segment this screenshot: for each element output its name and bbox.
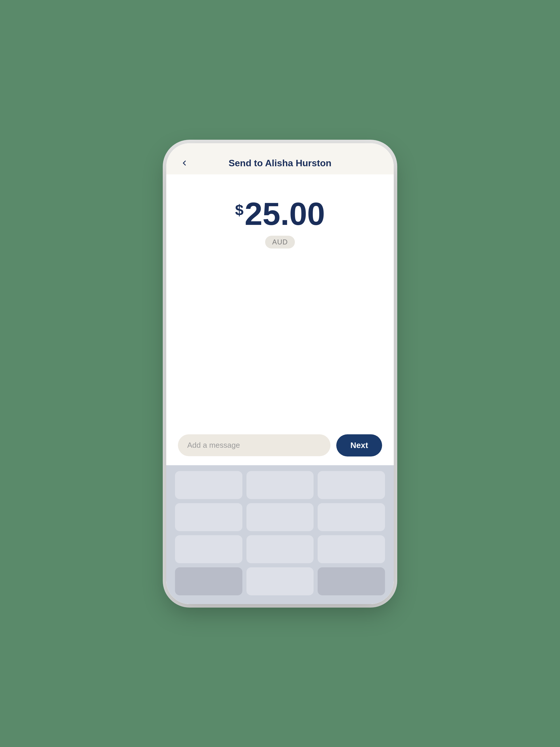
main-content: $ 25.00 AUD [166,175,394,429]
key-7[interactable] [175,535,243,563]
keyboard-grid [175,471,385,595]
key-4[interactable] [175,503,243,531]
phone-frame: Send to Alisha Hurston $ 25.00 AUD Next [166,143,394,604]
amount-display: $ 25.00 [235,198,325,230]
key-backspace[interactable] [317,567,385,595]
bottom-action-area: Next [166,429,394,465]
screen: Send to Alisha Hurston $ 25.00 AUD Next [166,143,394,604]
key-0[interactable] [247,567,314,595]
key-2[interactable] [247,471,314,499]
header: Send to Alisha Hurston [166,143,394,175]
key-dot[interactable] [175,567,243,595]
currency-label: AUD [272,238,288,246]
message-input[interactable] [178,434,330,456]
currency-symbol: $ [235,201,244,219]
key-8[interactable] [247,535,314,563]
back-arrow-icon [180,159,188,167]
page-title: Send to Alisha Hurston [229,158,332,169]
back-button[interactable] [178,157,191,170]
next-button[interactable]: Next [336,434,382,457]
key-9[interactable] [317,535,385,563]
amount-value: 25.00 [245,198,325,230]
amount-container: $ 25.00 AUD [235,198,325,249]
keyboard-area [166,465,394,604]
key-5[interactable] [247,503,314,531]
key-3[interactable] [317,471,385,499]
currency-badge[interactable]: AUD [265,236,295,249]
key-6[interactable] [317,503,385,531]
key-1[interactable] [175,471,243,499]
